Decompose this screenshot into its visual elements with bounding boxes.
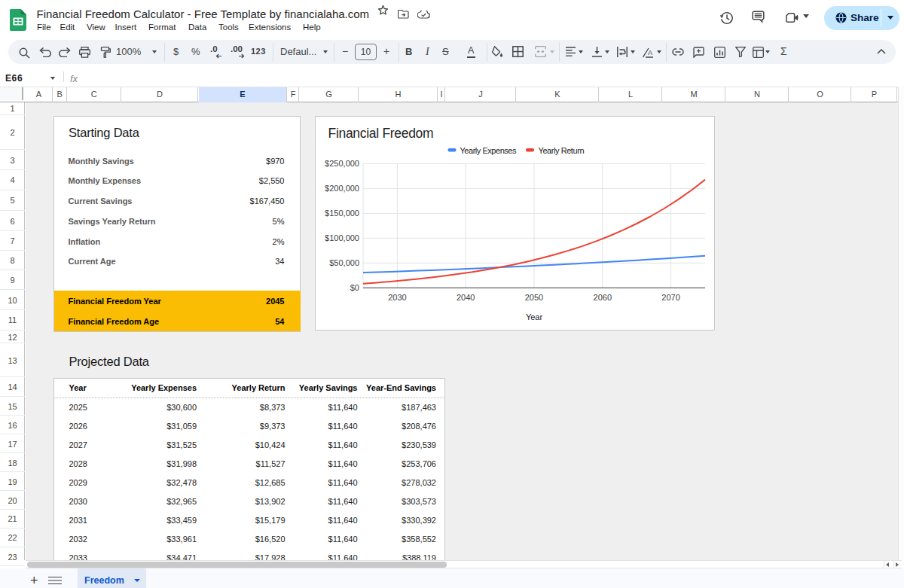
svg-text:Financial Freedom: Financial Freedom — [328, 126, 434, 141]
svg-text:Year: Year — [526, 312, 543, 321]
svg-text:$150,000: $150,000 — [325, 209, 359, 218]
svg-text:2070: 2070 — [661, 293, 680, 302]
svg-text:$0: $0 — [350, 283, 359, 292]
svg-text:2050: 2050 — [525, 293, 543, 302]
svg-text:2040: 2040 — [457, 293, 475, 302]
svg-text:$200,000: $200,000 — [325, 184, 359, 193]
svg-text:$100,000: $100,000 — [325, 233, 359, 242]
svg-text:2030: 2030 — [388, 293, 406, 302]
svg-text:2060: 2060 — [594, 293, 612, 302]
svg-text:$50,000: $50,000 — [329, 258, 359, 267]
svg-text:$250,000: $250,000 — [325, 159, 359, 168]
svg-text:A: A — [648, 49, 652, 56]
svg-text:Yearly Return: Yearly Return — [539, 146, 585, 155]
svg-text:Yearly Expenses: Yearly Expenses — [460, 146, 518, 155]
